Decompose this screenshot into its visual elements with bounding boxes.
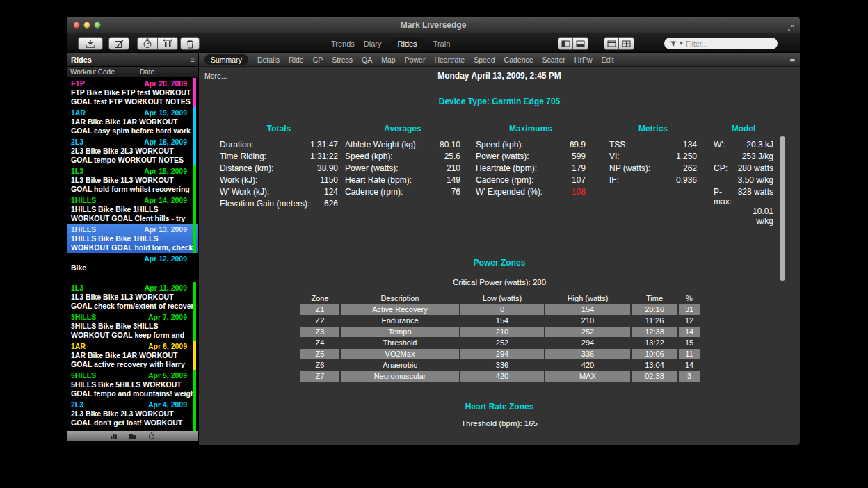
title-bar[interactable]: Mark Liversedge — [67, 17, 800, 33]
tab-scatter[interactable]: Scatter — [542, 56, 565, 64]
ride-date: Apr 18, 2009 — [144, 138, 187, 147]
tab-details[interactable]: Details — [257, 56, 280, 64]
tab-cadence[interactable]: Cadence — [504, 56, 533, 64]
zone-cell: 336 — [460, 360, 544, 371]
tab-cp[interactable]: CP — [313, 56, 323, 64]
tiled-view-button[interactable] — [619, 37, 634, 50]
metric-value: 280 watts — [734, 163, 773, 175]
ride-date: Apr 4, 2009 — [148, 400, 187, 409]
ride-list-item[interactable]: FTPApr 20, 2009 FTP Bike Bike FTP test W… — [67, 78, 198, 107]
folder-icon[interactable] — [129, 432, 137, 439]
metric-value: 20.3 kJ — [734, 140, 773, 152]
ride-list-item[interactable]: 2L3Apr 4, 2009 2L3 Bike Bike 2L3 WORKOUT… — [67, 399, 198, 428]
ride-list-item[interactable]: 1L3Apr 11, 2009 1L3 Bike Bike 1L3 WORKOU… — [67, 282, 198, 311]
filter-input[interactable] — [686, 40, 762, 48]
toggle-left-sidebar-button[interactable] — [558, 37, 573, 50]
ride-date: Apr 20, 2009 — [144, 79, 187, 88]
chart-icon[interactable] — [110, 432, 118, 439]
ride-list-item[interactable]: Apr 12, 2009 Bike — [67, 253, 198, 282]
metric-value-alert: 108 — [572, 187, 586, 199]
ride-date: Apr 5, 2009 — [148, 371, 187, 380]
metric-label: TSS: — [609, 140, 628, 152]
sidebar-menu-icon[interactable]: ≡ — [190, 53, 195, 67]
fullscreen-icon[interactable] — [787, 22, 794, 34]
delete-ride-button[interactable] — [180, 37, 200, 50]
metric-value: 0.936 — [676, 175, 697, 187]
ride-desc-line: 1HILLS Bike Bike 1HILLS — [71, 234, 194, 243]
zone-col-header: High (watts) — [545, 293, 630, 304]
toggle-bottom-bar-button[interactable] — [573, 37, 588, 50]
ride-desc-line: 1L3 Bike Bike 1L3 WORKOUT — [71, 293, 194, 302]
sidebar-header: Rides ≡ — [67, 53, 198, 67]
ride-list-item[interactable]: 1HILLSApr 14, 2009 1HILLS Bike Bike 1HIL… — [67, 195, 198, 224]
column-header-workout-code[interactable]: Workout Code — [67, 67, 136, 77]
tiled-view-icon — [622, 40, 631, 47]
metric-label: Power (watts): — [345, 163, 399, 175]
filter-field[interactable]: ▼ — [664, 38, 778, 49]
tab-summary[interactable]: Summary — [204, 54, 248, 65]
app-window: Mark Liversedge Trends Diary Rides Train — [67, 17, 800, 445]
tab-speed[interactable]: Speed — [474, 56, 495, 64]
ride-list-item[interactable]: 1L3Apr 15, 2009 1L3 Bike Bike 1L3 WORKOU… — [67, 165, 198, 195]
ride-color-stripe — [193, 195, 196, 224]
zone-cell: 11:26 — [632, 316, 677, 326]
compose-icon — [114, 39, 124, 49]
metric-value: 1.250 — [676, 152, 697, 163]
ride-date: Apr 14, 2009 — [144, 196, 187, 205]
zone-cell: 02:38 — [632, 371, 677, 382]
zoom-window-button[interactable] — [94, 22, 101, 29]
zone-cell: Z2 — [300, 316, 339, 326]
tab-trends[interactable]: Trends — [331, 40, 355, 48]
sidebar-left-icon — [561, 40, 570, 47]
close-window-button[interactable] — [73, 22, 80, 29]
import-ride-button[interactable] — [78, 37, 103, 50]
ride-code: 1L3 — [71, 284, 83, 293]
view-menu-icon[interactable]: ≡ — [789, 54, 795, 65]
stopwatch-icon[interactable] — [148, 432, 155, 439]
ride-list-item[interactable]: 5HILLSApr 5, 2009 5HILLS Bike 5HILLS WOR… — [67, 370, 198, 399]
device-type: Device Type: Garmin Edge 705 — [199, 97, 800, 106]
tab-power[interactable]: Power — [405, 56, 426, 64]
ride-view-tab-bar: Summary Details Ride CP Stress QA Map Po… — [199, 53, 800, 67]
tab-hrpw[interactable]: HrPw — [574, 56, 593, 64]
tab-qa[interactable]: QA — [362, 56, 372, 64]
minimize-window-button[interactable] — [83, 22, 90, 29]
window-title: Mark Liversedge — [67, 17, 800, 33]
ride-desc-line: 1AR Bike Bike 1AR WORKOUT — [71, 117, 194, 127]
tab-rides[interactable]: Rides — [391, 38, 424, 49]
ride-date: Apr 19, 2009 — [144, 108, 187, 117]
ride-list-item-selected[interactable]: 1HILLSApr 13, 2009 1HILLS Bike Bike 1HIL… — [67, 224, 198, 253]
ride-list-item[interactable]: 2L3Apr 18, 2009 2L3 Bike Bike 2L3 WORKOU… — [67, 136, 198, 165]
metric-value: 253 J/kg — [734, 152, 773, 163]
tab-ride[interactable]: Ride — [289, 56, 304, 64]
zone-cell: 11 — [679, 349, 700, 359]
toggle-stopwatch-button[interactable] — [137, 37, 158, 50]
tab-edit[interactable]: Edit — [602, 56, 614, 64]
manual-entry-button[interactable] — [108, 37, 129, 50]
vertical-scrollbar-thumb[interactable] — [780, 136, 785, 281]
column-header-date[interactable]: Date — [136, 67, 198, 77]
ride-list-item[interactable]: 1ARApr 19, 2009 1AR Bike Bike 1AR WORKOU… — [67, 107, 198, 136]
zone-cell: 13:22 — [632, 338, 677, 348]
tab-heartrate[interactable]: Heartrate — [434, 56, 465, 64]
power-zones-table: Zone Description Low (watts) High (watts… — [300, 293, 700, 382]
metric-value: 69.9 — [570, 140, 586, 152]
metric-label: NP (watts): — [609, 163, 650, 175]
tab-diary[interactable]: Diary — [364, 40, 382, 48]
rides-sidebar: Rides ≡ Workout Code Date FTPApr 20, 200… — [67, 53, 198, 445]
tab-stress[interactable]: Stress — [332, 56, 353, 64]
ride-desc-line: GOAL don't get lost! WORKOUT — [71, 418, 194, 428]
ride-list-item[interactable]: 1ARApr 6, 2009 1AR Bike Bike 1AR WORKOUT… — [67, 341, 198, 370]
toggle-intervals-button[interactable] — [158, 37, 178, 50]
tab-map[interactable]: Map — [381, 56, 395, 64]
section-title: Model — [714, 124, 773, 133]
ride-list-item[interactable]: 3HILLSApr 7, 2009 3HILLS Bike Bike 3HILL… — [67, 311, 198, 341]
tab-train[interactable]: Train — [433, 40, 451, 48]
zone-cell: 14 — [679, 327, 700, 337]
metric-label: Distance (km): — [220, 163, 273, 175]
summary-page: More... Monday April 13, 2009, 2:45 PM D… — [199, 67, 800, 445]
ride-desc-line: 5HILLS Bike 5HILLS WORKOUT — [71, 380, 194, 389]
ride-code: 2L3 — [71, 138, 83, 147]
section-title: Totals — [220, 124, 338, 133]
tabbed-view-button[interactable] — [604, 37, 619, 50]
